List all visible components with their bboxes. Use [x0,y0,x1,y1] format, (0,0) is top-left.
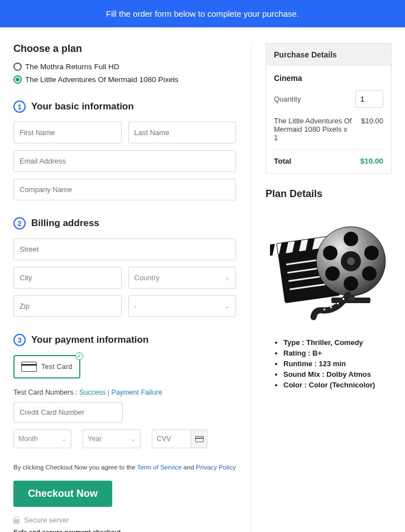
test-card-option[interactable]: Test Card [13,355,80,378]
step-2-title: Billing address [31,218,99,229]
city-input[interactable] [13,267,122,289]
step-2-badge: 2 [13,217,26,229]
cvv-input[interactable] [152,429,191,448]
secure-server-line: Secure server [13,516,236,524]
list-item: Rating : B+ [283,349,392,357]
choose-plan-title: Choose a plan [13,43,236,55]
first-name-input[interactable] [13,122,122,143]
test-card-numbers-line: Test Card Numbers : Success | Payment Fa… [13,389,236,396]
company-input[interactable] [13,179,236,200]
safe-checkout-text: Safe and secure payment checkout. [13,529,236,532]
credit-card-icon [195,436,204,442]
lock-icon [13,516,20,524]
list-item: Type : Thriller, Comedy [283,338,392,347]
terms-link[interactable]: Term of Service [137,464,182,471]
line-item-name: The Little Adventures Of Mermaid 1080 Pi… [274,117,352,142]
month-select[interactable]: Month ⌄ [13,429,71,448]
radio-icon [13,75,22,84]
checkout-button[interactable]: Checkout Now [13,481,112,507]
radio-icon [13,63,22,71]
check-icon [75,352,83,360]
list-item: Runtime : 123 min [283,360,392,368]
zip-input[interactable] [13,295,122,317]
movie-illustration [266,211,392,323]
state-select-label: - [134,302,137,310]
street-input[interactable] [13,238,236,260]
step-3-badge: 3 [13,334,26,346]
chevron-down-icon: ⌄ [225,303,230,310]
step-3-title: Your payment information [31,334,148,346]
plan-option-0[interactable]: The Mothra Returns Full HD [13,63,236,71]
line-item-price: $10.00 [361,117,383,142]
country-select[interactable]: Country ⌄ [128,267,237,289]
quantity-label: Quantity [274,95,301,103]
privacy-link[interactable]: Privacy Policy [196,464,236,471]
country-select-label: Country [134,274,160,282]
plan-option-label: The Little Adventures Of Mermaid 1080 Pi… [25,75,179,84]
plan-option-label: The Mothra Returns Full HD [25,63,119,71]
list-item: Color : Color (Technicolor) [283,381,392,389]
banner: Fill the order form below to complete yo… [0,0,405,27]
purchase-category: Cinema [274,74,383,83]
cvv-icon-box [191,429,208,448]
svg-rect-24 [324,309,325,310]
agree-text: By clicking Checkout Now you agree to th… [13,464,236,471]
svg-point-19 [325,266,340,281]
chevron-down-icon: ⌄ [131,435,136,443]
step-1-title: Your basic information [31,101,134,112]
plan-details-list: Type : Thriller, Comedy Rating : B+ Runt… [266,338,392,389]
credit-card-number-input[interactable] [13,402,123,423]
chevron-down-icon: ⌄ [225,274,230,281]
svg-point-20 [362,266,377,281]
chevron-down-icon: ⌄ [61,435,66,443]
purchase-details-panel: Purchase Details Cinema Quantity The Lit… [266,43,392,174]
state-select[interactable]: - ⌄ [128,295,237,317]
test-failure-link[interactable]: Payment Failure [112,389,162,396]
plan-details-title: Plan Details [266,188,392,200]
list-item: Sound Mix : Dolby Atmos [283,370,392,378]
svg-point-17 [323,246,338,260]
svg-point-14 [347,257,355,265]
svg-rect-22 [337,303,339,304]
test-card-label: Test Card [41,363,73,371]
svg-point-15 [344,232,358,246]
total-amount: $10.00 [360,157,383,165]
svg-rect-2 [270,244,275,256]
email-input[interactable] [13,150,236,172]
test-success-link[interactable]: Success [79,389,105,396]
svg-rect-23 [330,306,332,308]
step-1-badge: 1 [13,100,26,113]
svg-point-18 [364,246,379,260]
svg-rect-21 [343,298,344,300]
purchase-details-header: Purchase Details [266,44,391,66]
year-select[interactable]: Year ⌄ [83,429,141,448]
total-label: Total [274,157,291,165]
svg-point-16 [344,276,358,291]
plan-option-1[interactable]: The Little Adventures Of Mermaid 1080 Pi… [13,75,236,84]
quantity-input[interactable] [355,90,383,108]
credit-card-icon [21,362,37,372]
last-name-input[interactable] [128,122,237,143]
